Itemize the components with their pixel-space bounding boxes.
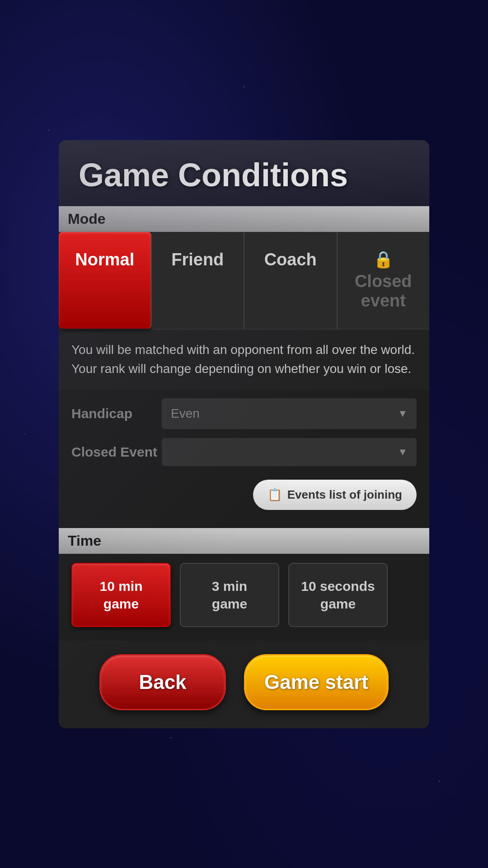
mode-btn-normal-label: Normal	[75, 250, 134, 269]
events-list-button[interactable]: 📋 Events list of joining	[253, 480, 417, 510]
action-buttons-container: Back Game start	[59, 641, 429, 728]
time-btn-10min[interactable]: 10 min game	[71, 563, 171, 627]
time-btn-10min-line2: game	[80, 595, 163, 613]
game-start-button[interactable]: Game start	[244, 654, 389, 710]
closed-event-row: Closed Event ▼	[71, 438, 417, 466]
mode-btn-coach-label: Coach	[264, 250, 317, 269]
events-list-container: 📋 Events list of joining	[71, 475, 417, 519]
mode-btn-closed-event[interactable]: 🔒 Closed event	[338, 232, 430, 329]
events-list-label: Events list of joining	[287, 488, 402, 502]
lock-icon: 🔒	[342, 250, 425, 269]
time-btn-10min-line1: 10 min	[80, 577, 163, 595]
handicap-row: Handicap Even ▼	[71, 398, 417, 429]
handicap-dropdown-arrow: ▼	[398, 408, 408, 420]
settings-section: Handicap Even ▼ Closed Event ▼ 📋 Events …	[59, 389, 429, 528]
mode-btn-coach[interactable]: Coach	[244, 232, 338, 329]
time-btn-10sec-line2: game	[296, 595, 380, 613]
closed-event-dropdown-arrow: ▼	[398, 446, 408, 458]
time-btn-3min[interactable]: 3 min game	[180, 563, 279, 627]
mode-section: Normal Friend Coach 🔒 Closed event You w…	[59, 232, 429, 528]
time-section-label: Time	[59, 528, 429, 554]
game-conditions-panel: Game Conditions Mode Normal Friend Coach…	[59, 140, 429, 728]
closed-event-label: Closed Event	[71, 444, 162, 460]
handicap-value: Even	[171, 406, 200, 421]
panel-title: Game Conditions	[79, 156, 409, 193]
time-section: 10 min game 3 min game 10 seconds game	[59, 554, 429, 641]
time-buttons-container: 10 min game 3 min game 10 seconds game	[59, 554, 429, 641]
panel-header: Game Conditions	[59, 140, 429, 206]
mode-btn-normal[interactable]: Normal	[59, 232, 152, 329]
time-btn-3min-line2: game	[188, 595, 271, 613]
mode-section-label: Mode	[59, 206, 429, 232]
mode-btn-closed-event-label: Closed event	[355, 272, 412, 310]
time-btn-10sec-line1: 10 seconds	[296, 577, 380, 595]
list-icon: 📋	[267, 488, 282, 502]
mode-description: You will be matched with an opponent fro…	[59, 330, 429, 389]
back-button[interactable]: Back	[99, 654, 226, 710]
time-btn-3min-line1: 3 min	[188, 577, 271, 595]
closed-event-dropdown[interactable]: ▼	[162, 438, 417, 466]
mode-btn-friend-label: Friend	[171, 250, 224, 269]
mode-buttons-container: Normal Friend Coach 🔒 Closed event	[59, 232, 429, 330]
handicap-dropdown[interactable]: Even ▼	[162, 398, 417, 429]
time-btn-10sec[interactable]: 10 seconds game	[288, 563, 388, 627]
mode-btn-friend[interactable]: Friend	[152, 232, 245, 329]
handicap-label: Handicap	[71, 406, 162, 421]
